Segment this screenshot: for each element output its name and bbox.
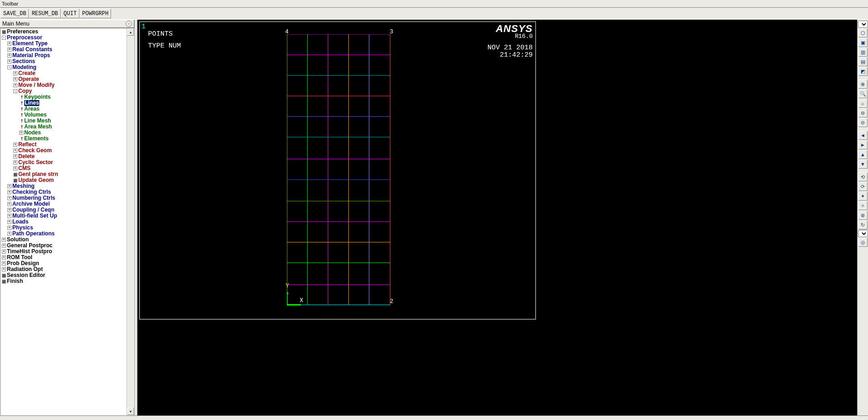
rotate-x-icon[interactable]: ⟲ [858,172,868,181]
pan-up-icon[interactable]: ▲ [858,150,868,159]
leaf-icon: ▦ [2,273,6,277]
collapse-icon[interactable]: - [2,36,6,40]
viewport[interactable]: 1 POINTS TYPE NUM ANSYS R16.0 NOV 21 201… [139,21,536,319]
iso-view-icon[interactable]: ⬡ [858,28,868,37]
view-select-top[interactable]: 1 [858,21,868,28]
expand-icon[interactable]: + [7,220,11,224]
pan-down-icon[interactable]: ▼ [858,159,868,169]
action-icon: ↗ [19,125,23,129]
tree-copy[interactable]: -Copy [2,88,134,94]
toolbar-header: Toolbar [0,0,868,8]
expand-icon[interactable]: + [13,77,17,81]
tree-lines[interactable]: ↗Lines [2,100,134,106]
expand-icon[interactable]: + [7,226,11,230]
expand-icon[interactable]: + [7,232,11,236]
main-menu-title-label: Main Menu [2,21,29,27]
expand-icon[interactable]: + [13,71,17,75]
rate-select[interactable]: 3 [858,230,868,237]
tree-elements[interactable]: ↗Elements [2,136,134,142]
zoom-window-icon[interactable]: ⌕ [858,99,868,108]
tree-nodes[interactable]: +Nodes [2,130,134,136]
zoom-back-icon[interactable]: ⊖ [858,108,868,117]
rotate-y-icon[interactable]: ⟳ [858,182,868,191]
side-view-icon[interactable]: ▥ [858,48,868,57]
action-icon: ↗ [19,95,23,99]
expand-icon[interactable]: + [7,184,11,188]
expand-icon[interactable]: + [13,154,17,159]
time-label: 21:42:29 [500,51,533,59]
spin-icon[interactable]: ↻ [858,220,868,229]
expand-icon[interactable]: + [13,160,17,165]
expand-icon[interactable]: + [7,196,11,200]
tree: ▦Preferences -Preprocessor +Element Type… [0,28,134,285]
toolbar-row: SAVE_DB RESUM_DB QUIT POWRGRPH [0,8,868,20]
tree-line-mesh[interactable]: ↗Line Mesh [2,118,134,124]
leaf-icon: ▦ [2,30,6,34]
save-db-button[interactable]: SAVE_DB [0,9,29,18]
scroll-down-icon[interactable]: ▾ [127,408,134,415]
leaf-icon: ▦ [13,178,17,182]
expand-icon[interactable]: + [13,166,17,170]
zoom-in-icon[interactable]: 🔍 [858,89,868,98]
expand-icon[interactable]: + [19,131,23,135]
collapse-icon[interactable]: - [13,89,17,93]
tree-area-mesh[interactable]: ↗Area Mesh [2,124,134,130]
action-icon: ↗ [19,137,23,141]
scroll-up-icon[interactable]: ▴ [127,28,134,36]
expand-icon[interactable]: + [7,59,11,64]
status-bar [0,415,868,420]
expand-icon[interactable]: + [2,255,6,260]
action-icon: ↗ [19,119,23,123]
expand-icon[interactable]: + [7,214,11,218]
front-view-icon[interactable]: ▣ [858,38,868,47]
window-number: 1 [142,23,145,30]
tree-keypoints[interactable]: ↗Keypoints [2,94,134,100]
pan-left-icon[interactable]: ◄ [858,131,868,140]
leaf-icon: ▦ [13,172,17,176]
expand-icon[interactable]: + [7,190,11,194]
main-area: Main Menu ◦ ▦Preferences -Preprocessor +… [0,20,868,415]
expand-icon[interactable]: + [2,267,6,271]
mesh-grid [287,34,391,306]
resum-db-button[interactable]: RESUM_DB [29,9,61,18]
graphics-area: 1 POINTS TYPE NUM ANSYS R16.0 NOV 21 201… [138,20,868,415]
main-menu-collapse-icon[interactable]: ◦ [126,21,132,27]
expand-icon[interactable]: + [13,143,17,147]
expand-icon[interactable]: + [2,244,6,248]
expand-icon[interactable]: + [7,42,11,46]
expand-icon[interactable]: + [7,53,11,58]
expand-icon[interactable]: + [7,48,11,52]
action-icon: ↗ [19,113,23,117]
capture-icon[interactable]: ◎ [858,238,868,247]
action-icon: ↗ [19,107,23,111]
pan-right-icon[interactable]: ► [858,140,868,149]
oblique-view-icon[interactable]: ◩ [858,67,868,76]
zoom-out-icon[interactable]: ⊝ [858,118,868,127]
type-num-label: TYPE NUM [148,42,181,50]
version-label: R16.0 [515,33,533,40]
rotate-xy-icon[interactable]: ✦ [858,191,868,201]
expand-icon[interactable]: + [13,83,17,87]
expand-icon[interactable]: + [13,149,17,153]
tree-container: ▦Preferences -Preprocessor +Element Type… [0,28,134,415]
expand-icon[interactable]: + [2,261,6,266]
powrgrph-button[interactable]: POWRGRPH [79,9,111,18]
leaf-icon: ▦ [2,279,6,283]
expand-icon[interactable]: + [7,208,11,212]
action-icon: ↗ [19,101,23,105]
tree-scrollbar[interactable]: ▴ ▾ [127,28,134,415]
tree-finish[interactable]: ▦Finish [2,278,134,284]
main-menu-titlebar: Main Menu ◦ [0,20,134,28]
rotate-yz-icon[interactable]: ✧ [858,201,868,210]
expand-icon[interactable]: + [7,202,11,206]
tree-areas[interactable]: ↗Areas [2,106,134,112]
expand-icon[interactable]: + [2,238,6,242]
collapse-icon[interactable]: - [7,65,11,69]
tree-volumes[interactable]: ↗Volumes [2,112,134,118]
expand-icon[interactable]: + [2,250,6,254]
dynamic-mode-icon[interactable]: ⊛ [858,211,868,220]
top-view-icon[interactable]: ▤ [858,57,868,66]
zoom-fit-icon[interactable]: ⊕ [858,80,868,89]
right-toolbar: 1 ⬡ ▣ ▥ ▤ ◩ ⊕ 🔍 ⌕ ⊖ ⊝ ◄ ► ▲ ▼ ⟲ ⟳ ✦ ✧ ⊛ … [857,20,868,415]
quit-button[interactable]: QUIT [61,9,79,18]
